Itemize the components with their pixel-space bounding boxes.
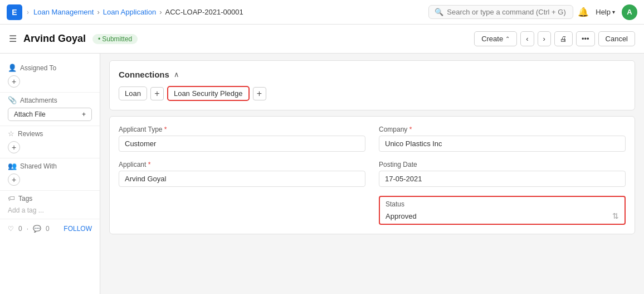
create-button[interactable]: Create ⌃ [474, 31, 517, 46]
separator: · [27, 225, 28, 233]
breadcrumb-loan-management[interactable]: Loan Management [33, 8, 94, 16]
page-title: Arvind Goyal [23, 33, 86, 45]
sidebar: 👤 Assigned To + 📎 Attachments Attach Fil… [0, 54, 100, 294]
search-bar[interactable]: 🔍 [428, 5, 573, 19]
sidebar-section-shared-with: 👥 Shared With + [0, 158, 100, 191]
applicant-type-label: Applicant Type * [119, 126, 365, 133]
tab-loan-add-button[interactable]: + [150, 87, 164, 100]
applicant-type-input[interactable]: Customer [119, 136, 365, 152]
hamburger-icon[interactable]: ☰ [9, 33, 17, 44]
nav-arrow: › [27, 8, 29, 16]
top-navigation: E › Loan Management › Loan Application ›… [0, 0, 644, 25]
content-area: Connections ∧ Loan + Loan Security Pledg… [100, 54, 644, 294]
form-card: Applicant Type * Customer Company * Unic… [109, 116, 635, 234]
status-group: Status Approved ⇅ [379, 196, 626, 225]
applicant-label: Applicant * [119, 161, 365, 168]
sidebar-section-assigned-to: 👤 Assigned To + [0, 60, 100, 93]
chevron-left-icon: ‹ [526, 35, 528, 43]
comments-count: 0 [46, 225, 50, 233]
more-options-button[interactable]: ••• [576, 31, 595, 46]
star-icon: ☆ [8, 129, 14, 138]
avatar[interactable]: A [622, 4, 637, 20]
attach-file-button[interactable]: Attach File + [8, 108, 92, 121]
applicant-input[interactable]: Arvind Goyal [119, 171, 365, 187]
attachments-label: Attachments [20, 97, 57, 104]
status-field-highlighted: Status Approved ⇅ [379, 196, 626, 225]
status-value: Approved [386, 212, 417, 220]
company-group: Company * Unico Plastics Inc [379, 126, 626, 152]
person-icon: 👤 [8, 64, 17, 72]
nav-actions: 🔔 Help ▾ A [578, 4, 637, 20]
app-icon[interactable]: E [7, 4, 22, 20]
applicant-group: Applicant * Arvind Goyal [119, 161, 365, 187]
tab-loan-security-pledge-add-button[interactable]: + [253, 87, 266, 100]
add-assigned-to-button[interactable]: + [8, 75, 20, 88]
connections-tabs-row: Loan + Loan Security Pledge + [119, 86, 626, 101]
breadcrumb-loan-application[interactable]: Loan Application [103, 8, 156, 16]
chevron-right-icon: › [543, 35, 545, 43]
connections-card: Connections ∧ Loan + Loan Security Pledg… [109, 60, 635, 110]
empty-cell [119, 196, 365, 225]
help-chevron-icon: ▾ [612, 9, 615, 15]
connections-title: Connections [119, 70, 169, 79]
heart-icon: ♡ [8, 225, 14, 233]
follow-button[interactable]: FOLLOW [64, 225, 92, 233]
search-icon: 🔍 [435, 8, 443, 16]
header-actions: Create ⌃ ‹ › 🖨 ••• Cancel [474, 31, 635, 46]
add-tag-placeholder: Add a tag ... [8, 206, 44, 214]
notification-bell-icon[interactable]: 🔔 [578, 7, 589, 17]
posting-date-group: Posting Date 17-05-2021 [379, 161, 626, 187]
comment-icon: 💬 [33, 225, 41, 233]
sidebar-section-attachments: 📎 Attachments Attach File + [0, 93, 100, 126]
reviews-label: Reviews [18, 130, 43, 138]
form-grid: Applicant Type * Customer Company * Unic… [119, 126, 626, 225]
sidebar-section-reviews: ☆ Reviews + [0, 126, 100, 158]
help-button[interactable]: Help ▾ [596, 8, 615, 16]
attach-file-label: Attach File [14, 110, 46, 118]
connections-chevron-icon[interactable]: ∧ [174, 70, 179, 79]
tab-loan-security-pledge[interactable]: Loan Security Pledge [167, 86, 250, 101]
posting-date-label: Posting Date [379, 161, 626, 168]
ellipsis-icon: ••• [582, 35, 589, 43]
prev-button[interactable]: ‹ [520, 31, 534, 46]
print-button[interactable]: 🖨 [554, 31, 573, 46]
sidebar-section-tags: 🏷 Tags Add a tag ... [0, 191, 100, 219]
breadcrumb: Loan Management › Loan Application › ACC… [33, 8, 243, 16]
attach-plus-icon: + [82, 110, 86, 118]
create-dropdown-icon: ⌃ [505, 36, 510, 42]
add-shared-with-button[interactable]: + [8, 173, 20, 186]
search-input[interactable] [447, 8, 567, 16]
add-review-button[interactable]: + [8, 141, 20, 153]
likes-count: 0 [18, 225, 22, 233]
paperclip-icon: 📎 [8, 96, 17, 104]
status-badge: •Submitted [92, 34, 138, 44]
print-icon: 🖨 [560, 35, 567, 43]
status-stepper-icon[interactable]: ⇅ [612, 211, 619, 220]
share-icon: 👥 [8, 162, 17, 170]
applicant-type-group: Applicant Type * Customer [119, 126, 365, 152]
company-label: Company * [379, 126, 626, 133]
next-button[interactable]: › [538, 31, 551, 46]
tab-loan[interactable]: Loan [119, 86, 147, 100]
page-header: ☰ Arvind Goyal •Submitted Create ⌃ ‹ › 🖨… [0, 25, 644, 54]
shared-with-label: Shared With [20, 162, 57, 170]
status-label: Status [380, 197, 625, 209]
cancel-button[interactable]: Cancel [598, 31, 635, 46]
tags-label: Tags [18, 195, 32, 203]
company-input[interactable]: Unico Plastics Inc [379, 136, 626, 152]
assigned-to-label: Assigned To [20, 64, 56, 72]
main-layout: 👤 Assigned To + 📎 Attachments Attach Fil… [0, 54, 644, 294]
breadcrumb-record-id: ACC-LOAP-2021-00001 [165, 8, 243, 16]
sidebar-footer: ♡ 0 · 💬 0 FOLLOW [0, 219, 100, 238]
tag-icon: 🏷 [8, 194, 15, 203]
posting-date-input[interactable]: 17-05-2021 [379, 171, 626, 187]
